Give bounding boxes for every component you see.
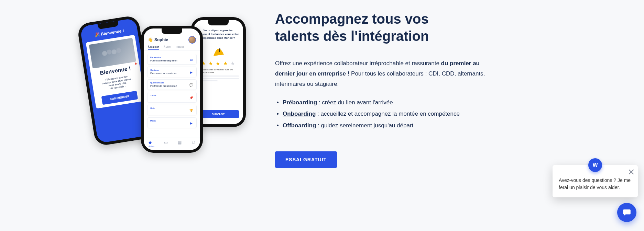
- team-photo: [89, 38, 136, 68]
- trophy-icon: 🏆: [189, 108, 194, 113]
- chat-avatar: W: [588, 158, 602, 172]
- feature-preboarding: Préboarding : créez du lien avant l'arri…: [283, 98, 488, 107]
- close-icon: [629, 170, 634, 174]
- chat-icon: [622, 208, 631, 217]
- task-list: FormulaireFormulaire d'intégration▤ Cont…: [144, 50, 200, 129]
- phone-bottom-nav: ◆Actions ▭ ▦ ⚇: [144, 138, 200, 150]
- feature-list: Préboarding : créez du lien avant l'arri…: [275, 98, 488, 130]
- survey-question: Votre départ approche, comment évaluerie…: [197, 29, 240, 40]
- phone-mockups: Votre départ approche, comment évaluerie…: [69, 10, 261, 154]
- task-tabs: À réaliser À venir Réalisé: [144, 46, 200, 50]
- page-title: Accompagnez tous vos talents dès l'intég…: [275, 10, 488, 45]
- feature-onboarding: Onboarding : accueillez et accompagnez l…: [283, 109, 488, 118]
- nav-calendar-icon: ▦: [178, 140, 182, 147]
- tab-upcoming: À venir: [164, 46, 171, 50]
- chat-message: Avez-vous des questions ? Je me ferai un…: [559, 177, 631, 191]
- task-item: Mémo ▶: [147, 117, 197, 128]
- confetti-icon: ✦: [133, 61, 138, 67]
- feature-offboarding: Offboarding : guidez sereinement jusqu'a…: [283, 121, 488, 130]
- svg-point-4: [111, 49, 117, 55]
- pin-icon: 📌: [189, 95, 194, 100]
- task-item: FormulaireFormulaire d'intégration▤: [147, 54, 197, 65]
- welcome-start-button: COMMENCER: [101, 91, 138, 105]
- task-item: Quiz 🏆: [147, 105, 197, 115]
- user-name: 👋 Sophie: [148, 37, 168, 42]
- wave-icon: 👋: [148, 37, 153, 42]
- svg-rect-1: [219, 50, 220, 52]
- task-item: QuestionnairePortrait de présentation💬: [147, 79, 197, 90]
- svg-point-2: [102, 51, 107, 56]
- survey-illustration: [210, 43, 227, 59]
- play-icon: ▶: [189, 70, 194, 75]
- form-icon: ▤: [189, 57, 194, 62]
- svg-point-5: [116, 48, 121, 53]
- phone-tasks: 👋 Sophie À réaliser À venir Réalisé Form…: [141, 26, 203, 153]
- nav-book-icon: ▭: [164, 140, 168, 147]
- task-item: ContenuDécouvrez nos valeurs▶: [147, 67, 197, 77]
- tab-todo: À réaliser: [148, 46, 159, 50]
- user-avatar: [188, 36, 196, 44]
- nav-actions-icon: ◆Actions: [149, 140, 154, 147]
- nav-people-icon: ⚇: [192, 140, 195, 147]
- hero-copy: Accompagnez tous vos talents dès l'intég…: [275, 10, 488, 168]
- tab-done: Réalisé: [176, 46, 184, 50]
- play-icon: ▶: [189, 121, 194, 126]
- free-trial-button[interactable]: ESSAI GRATUIT: [275, 151, 337, 168]
- svg-point-3: [107, 49, 112, 55]
- chat-icon: 💬: [189, 83, 194, 88]
- chat-launcher-button[interactable]: [617, 203, 636, 222]
- task-item: Tâche 📌: [147, 92, 197, 103]
- chat-close-button[interactable]: [629, 169, 634, 176]
- survey-next-button: SUIVANT: [198, 110, 239, 118]
- chat-popup[interactable]: W Avez-vous des questions ? Je me ferai …: [553, 165, 638, 197]
- star-rating: ★ ★ ★ ★ ★: [197, 60, 240, 67]
- hero-section: Votre départ approche, comment évaluerie…: [0, 0, 644, 231]
- hero-paragraph: Offrez une expérience collaborateur irré…: [275, 58, 488, 89]
- svg-point-0: [219, 48, 220, 50]
